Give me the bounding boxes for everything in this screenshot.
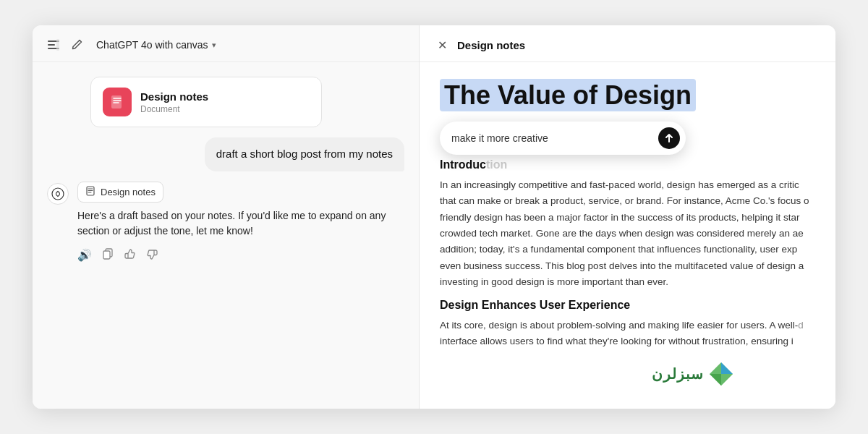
intro-body: In an increasingly competitive and fast-… (440, 177, 815, 290)
ux-section: Design Enhances User Experience At its c… (440, 299, 815, 350)
svg-marker-10 (721, 362, 733, 374)
badge-doc-icon (85, 186, 95, 198)
intro-section-title: Introduction (440, 158, 815, 171)
right-panel-title: Design notes (457, 39, 525, 51)
assistant-row: Design notes Here's a draft based on you… (47, 182, 404, 263)
edit-icon[interactable] (69, 37, 85, 53)
model-name: ChatGPT 4o with canvas (96, 39, 208, 51)
doc-subtitle: Document (140, 104, 208, 114)
svg-marker-12 (710, 374, 721, 386)
svg-marker-11 (721, 374, 733, 386)
speaker-icon[interactable]: 🔊 (77, 248, 92, 263)
intro-section: Introduction In an increasingly competit… (440, 158, 815, 290)
chevron-down-icon: ▾ (212, 41, 216, 50)
inline-input-overlay (440, 122, 686, 155)
thumbs-down-icon[interactable] (146, 248, 158, 263)
copy-icon[interactable] (102, 248, 114, 263)
svg-point-5 (52, 188, 64, 200)
sidebar-toggle-icon[interactable] (46, 37, 61, 53)
blog-title-wrapper: The Value of Design (440, 80, 696, 111)
design-notes-badge[interactable]: Design notes (77, 182, 163, 203)
blog-title: The Value of Design (440, 79, 696, 111)
inline-send-button[interactable] (658, 127, 680, 149)
svg-rect-4 (111, 95, 122, 109)
document-card[interactable]: Design notes Document (90, 77, 322, 127)
openai-avatar (47, 183, 69, 205)
left-header: ChatGPT 4o with canvas ▾ (33, 25, 419, 62)
left-panel: ChatGPT 4o with canvas ▾ Design notes Do… (33, 25, 420, 409)
diamond-icon (708, 361, 734, 387)
brand-text: سبزلرن (652, 365, 704, 383)
app-window: ChatGPT 4o with canvas ▾ Design notes Do… (33, 25, 835, 409)
svg-rect-1 (48, 44, 55, 46)
user-message-bubble: draft a short blog post from my notes (205, 137, 404, 171)
model-selector[interactable]: ChatGPT 4o with canvas ▾ (92, 37, 221, 53)
thumbs-up-icon[interactable] (124, 248, 136, 263)
action-icons: 🔊 (77, 248, 404, 263)
assistant-body: Design notes Here's a draft based on you… (77, 182, 404, 263)
doc-icon (103, 88, 132, 116)
ux-section-title: Design Enhances User Experience (440, 299, 815, 312)
assistant-response: Here's a draft based on your notes. If y… (77, 208, 404, 239)
ux-body: At its core, design is about problem-sol… (440, 318, 815, 350)
left-content: Design notes Document draft a short blog… (33, 62, 419, 409)
right-header: ✕ Design notes (420, 25, 835, 62)
doc-title: Design notes (140, 90, 208, 103)
badge-label: Design notes (101, 187, 156, 197)
right-panel: ✕ Design notes The Value of Design Intro… (420, 25, 835, 409)
inline-prompt-input[interactable] (451, 132, 652, 144)
right-content: The Value of Design Introduction In an i… (420, 62, 835, 409)
watermark-area: سبزلرن (652, 361, 734, 387)
svg-rect-8 (103, 251, 110, 259)
close-button[interactable]: ✕ (434, 37, 450, 53)
doc-info: Design notes Document (140, 90, 208, 114)
svg-rect-3 (56, 39, 59, 51)
